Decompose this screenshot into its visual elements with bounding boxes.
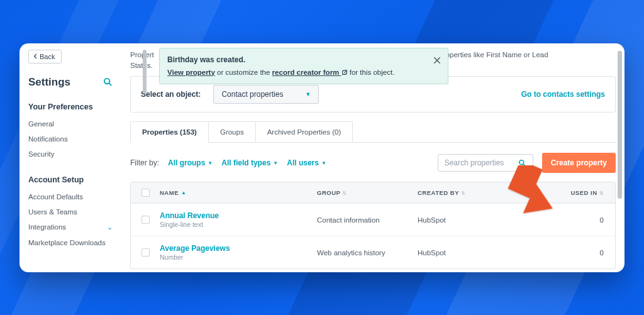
view-property-link[interactable]: View property xyxy=(167,69,215,76)
search-input[interactable]: Search properties xyxy=(438,154,533,172)
nav-security[interactable]: Security xyxy=(28,146,113,162)
tabs: Properties (153) Groups Archived Propert… xyxy=(130,121,616,143)
properties-table: NAME▲ GROUP⇅ CREATED BY⇅ USED IN⇅ Annual… xyxy=(130,182,616,269)
back-button[interactable]: Back xyxy=(28,50,62,64)
svg-point-1 xyxy=(104,79,109,84)
scrollbar-left[interactable] xyxy=(143,50,147,94)
cell-group: Contact information xyxy=(317,216,418,224)
property-name-link[interactable]: Annual Revenue xyxy=(160,211,311,220)
nav-general[interactable]: General xyxy=(28,116,113,131)
svg-line-4 xyxy=(523,164,525,166)
cell-created-by: HubSpot xyxy=(418,249,512,257)
cell-used-in: 0 xyxy=(512,216,615,224)
section-account-setup: Account Setup xyxy=(28,175,113,184)
chevron-left-icon xyxy=(33,53,38,59)
sidebar: Back Settings Your Preferences General N… xyxy=(19,43,121,272)
toast-body: View property or customize the record cr… xyxy=(167,67,426,78)
row-checkbox[interactable] xyxy=(142,216,150,224)
cell-created-by: HubSpot xyxy=(418,216,512,224)
filter-bar: Filter by: All groups▼ All field types▼ … xyxy=(130,153,616,173)
object-dropdown[interactable]: Contact properties ▼ xyxy=(213,85,319,104)
page-title: Settings xyxy=(28,76,70,89)
search-icon xyxy=(518,159,526,167)
caret-down-icon: ▼ xyxy=(305,91,311,97)
scrollbar-right[interactable] xyxy=(618,51,622,199)
cell-group: Web analytics history xyxy=(317,249,418,257)
main-content: Propert Properties store info about a co… xyxy=(121,43,625,272)
object-selector-label: Select an object: xyxy=(141,90,201,99)
tab-archived[interactable]: Archived Properties (0) xyxy=(256,121,353,142)
search-icon[interactable] xyxy=(103,77,113,87)
external-link-icon xyxy=(341,69,348,75)
nav-notifications[interactable]: Notifications xyxy=(28,131,113,146)
property-type: Single-line text xyxy=(160,221,311,228)
nav-integrations[interactable]: Integrations⌄ xyxy=(28,219,113,235)
intro-text: Propert Properties store info about a co… xyxy=(130,50,616,72)
filter-users[interactable]: All users▼ xyxy=(287,158,326,167)
caret-down-icon: ▼ xyxy=(273,160,278,166)
col-group[interactable]: GROUP⇅ xyxy=(317,189,418,196)
goto-contacts-settings-link[interactable]: Go to contacts settings xyxy=(521,90,605,99)
row-checkbox[interactable] xyxy=(142,248,150,257)
sort-icon: ⇅ xyxy=(342,191,347,196)
sort-icon: ⇅ xyxy=(461,191,466,196)
tab-properties[interactable]: Properties (153) xyxy=(130,121,209,142)
section-preferences: Your Preferences xyxy=(28,102,113,111)
close-icon[interactable] xyxy=(433,56,441,65)
select-all-checkbox[interactable] xyxy=(142,189,150,197)
caret-down-icon: ▼ xyxy=(321,160,326,166)
filter-field-types[interactable]: All field types▼ xyxy=(221,158,278,167)
search-placeholder: Search properties xyxy=(445,158,504,167)
filter-groups[interactable]: All groups▼ xyxy=(168,158,213,167)
filter-label: Filter by: xyxy=(130,158,159,167)
chevron-down-icon: ⌄ xyxy=(107,223,113,231)
sort-icon: ⇅ xyxy=(599,191,604,196)
table-header: NAME▲ GROUP⇅ CREATED BY⇅ USED IN⇅ xyxy=(131,182,615,203)
caret-down-icon: ▼ xyxy=(208,160,213,166)
settings-card: Back Settings Your Preferences General N… xyxy=(19,43,625,272)
success-toast: Birthday was created. View property or c… xyxy=(159,48,448,84)
sort-asc-icon: ▲ xyxy=(181,190,186,196)
tab-groups[interactable]: Groups xyxy=(209,121,256,142)
nav-account-defaults[interactable]: Account Defaults xyxy=(28,189,113,204)
toast-title: Birthday was created. xyxy=(167,54,426,65)
svg-point-3 xyxy=(519,160,523,164)
svg-line-2 xyxy=(109,84,112,86)
table-row: Average Pageviews Number Web analytics h… xyxy=(131,236,615,268)
create-property-button[interactable]: Create property xyxy=(542,153,616,173)
property-name-link[interactable]: Average Pageviews xyxy=(160,244,311,253)
record-creator-link[interactable]: record creator form xyxy=(272,69,348,76)
table-row: Annual Revenue Single-line text Contact … xyxy=(131,203,615,236)
col-name[interactable]: NAME▲ xyxy=(160,189,317,196)
object-dropdown-value: Contact properties xyxy=(221,90,283,99)
property-type: Number xyxy=(160,253,311,261)
back-label: Back xyxy=(40,53,55,60)
nav-marketplace-downloads[interactable]: Marketplace Downloads xyxy=(28,235,113,250)
col-used-in[interactable]: USED IN⇅ xyxy=(512,189,615,196)
col-created-by[interactable]: CREATED BY⇅ xyxy=(418,189,512,196)
cell-used-in: 0 xyxy=(512,249,615,257)
nav-users-teams[interactable]: Users & Teams xyxy=(28,204,113,219)
